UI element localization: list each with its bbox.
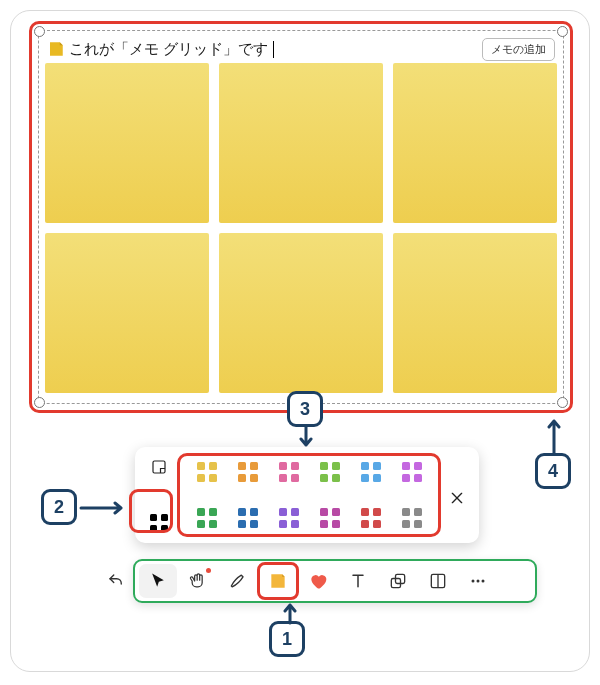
arrow-up-icon (547, 415, 561, 455)
add-memo-button[interactable]: メモの追加 (482, 38, 555, 61)
svg-point-5 (477, 580, 480, 583)
hand-tool[interactable] (179, 564, 217, 598)
color-swatch[interactable] (320, 462, 340, 482)
color-swatch[interactable] (279, 508, 299, 528)
color-swatch[interactable] (402, 508, 422, 528)
sticky-note[interactable] (45, 233, 209, 393)
frame-tool[interactable] (419, 564, 457, 598)
color-swatch[interactable] (238, 462, 258, 482)
main-toolbar (133, 559, 537, 603)
arrow-up-icon (283, 601, 297, 625)
sticky-note[interactable] (393, 233, 557, 393)
callout-3: 3 (287, 391, 323, 427)
resize-handle-bl[interactable] (34, 397, 45, 408)
text-cursor (273, 41, 274, 58)
color-swatch[interactable] (402, 462, 422, 482)
notification-dot-icon (206, 568, 211, 573)
sticky-note[interactable] (393, 63, 557, 223)
memo-grid-panel: これが「メモ グリッド」です メモの追加 (29, 21, 573, 413)
shape-tool[interactable] (379, 564, 417, 598)
resize-handle-br[interactable] (557, 397, 568, 408)
color-swatch[interactable] (197, 462, 217, 482)
sticky-tool-highlight (257, 562, 299, 600)
color-swatch[interactable] (238, 508, 258, 528)
arrow-right-icon (79, 501, 129, 515)
color-swatch[interactable] (361, 462, 381, 482)
memo-title[interactable]: これが「メモ グリッド」です (69, 40, 268, 59)
color-swatch[interactable] (279, 462, 299, 482)
callout-2: 2 (41, 489, 77, 525)
callout-1: 1 (269, 621, 305, 657)
close-button[interactable] (441, 484, 473, 506)
memo-grid-selection[interactable]: これが「メモ グリッド」です メモの追加 (38, 30, 564, 404)
resize-handle-tl[interactable] (34, 26, 45, 37)
callout-4: 4 (535, 453, 571, 489)
color-palette (177, 453, 441, 537)
more-tools[interactable] (459, 564, 497, 598)
style-popover (135, 447, 479, 543)
arrow-down-icon (299, 425, 313, 451)
sticky-note-tool[interactable] (259, 564, 297, 598)
draw-tool[interactable] (219, 564, 257, 598)
resize-handle-tr[interactable] (557, 26, 568, 37)
sticky-note-icon (47, 40, 65, 58)
heart-tool[interactable] (299, 564, 337, 598)
grid-icon-highlight (129, 489, 173, 533)
undo-button[interactable] (99, 564, 133, 598)
svg-point-4 (472, 580, 475, 583)
svg-rect-0 (153, 461, 165, 473)
sticky-note[interactable] (45, 63, 209, 223)
svg-point-6 (482, 580, 485, 583)
single-note-icon[interactable] (145, 453, 173, 481)
select-tool[interactable] (139, 564, 177, 598)
text-tool[interactable] (339, 564, 377, 598)
sticky-grid (45, 63, 557, 393)
sticky-note[interactable] (219, 63, 383, 223)
sticky-note[interactable] (219, 233, 383, 393)
color-swatch[interactable] (361, 508, 381, 528)
color-swatch[interactable] (197, 508, 217, 528)
color-swatch[interactable] (320, 508, 340, 528)
